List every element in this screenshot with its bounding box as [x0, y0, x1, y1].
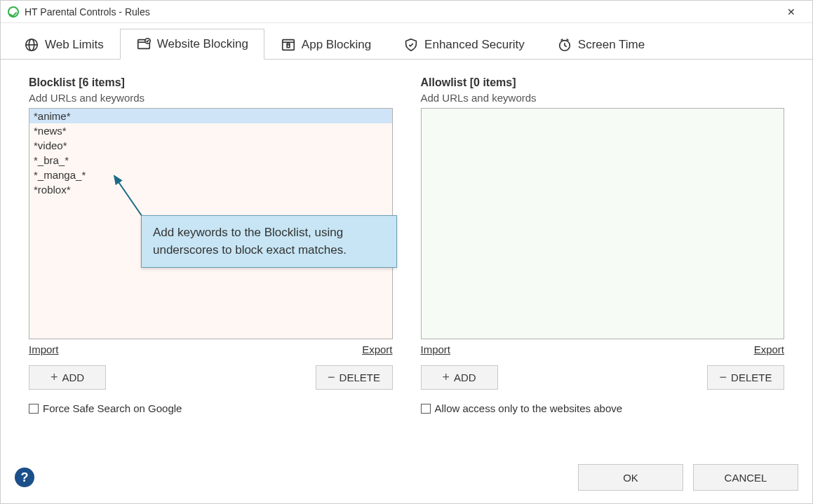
tab-label: Enhanced Security [424, 38, 525, 52]
allowlist-delete-button[interactable]: − DELETE [707, 365, 784, 390]
allowlist-add-button[interactable]: + ADD [421, 365, 498, 390]
help-button[interactable]: ? [15, 468, 34, 487]
allow-only-checkbox[interactable] [421, 404, 431, 414]
allow-only-label: Allow access only to the websites above [435, 402, 623, 414]
list-item[interactable]: *_bra_* [29, 153, 392, 168]
button-label: DELETE [731, 372, 772, 383]
allowlist-header: Allowlist [0 items] [421, 76, 785, 89]
tab-app-blocking[interactable]: App Blocking [264, 29, 387, 60]
tab-label: App Blocking [302, 38, 371, 52]
app-icon [8, 6, 19, 18]
list-item[interactable]: *anime* [29, 109, 392, 123]
callout-text: Add keywords to the Blocklist, using und… [153, 226, 347, 257]
tab-website-blocking[interactable]: Website Blocking [120, 29, 264, 60]
button-label: ADD [454, 372, 476, 383]
allowlist-listbox[interactable] [421, 108, 785, 339]
button-label: ADD [62, 372, 84, 383]
list-item[interactable]: *roblox* [29, 182, 392, 197]
allowlist-panel: Allowlist [0 items] Add URLs and keyword… [421, 76, 785, 449]
list-item[interactable]: *_manga_* [29, 168, 392, 182]
tab-label: Website Blocking [157, 37, 248, 51]
blocklist-delete-button[interactable]: − DELETE [316, 365, 393, 390]
allowlist-import-link[interactable]: Import [421, 343, 451, 355]
window-title: HT Parental Controls - Rules [25, 6, 777, 18]
safe-search-checkbox[interactable] [29, 404, 39, 414]
list-item[interactable]: *video* [29, 138, 392, 153]
tab-enhanced-security[interactable]: Enhanced Security [387, 29, 541, 60]
tab-web-limits[interactable]: Web Limits [8, 29, 120, 60]
safe-search-label: Force Safe Search on Google [43, 402, 182, 414]
window-titlebar: HT Parental Controls - Rules ✕ [1, 1, 812, 23]
button-label: DELETE [340, 372, 380, 383]
tab-label: Web Limits [45, 38, 104, 52]
blocklist-import-link[interactable]: Import [29, 343, 59, 355]
tooltip-callout: Add keywords to the Blocklist, using und… [141, 215, 397, 268]
tab-label: Screen Time [578, 38, 645, 52]
dialog-footer: ? OK CANCEL [1, 456, 812, 503]
ok-button[interactable]: OK [578, 464, 683, 491]
main-content: Blocklist [6 items] Add URLs and keyword… [1, 60, 812, 456]
tabs-bar: Web Limits Website Blocking App Blocking… [1, 23, 812, 60]
blocklist-add-button[interactable]: + ADD [29, 365, 106, 390]
blocklist-header: Blocklist [6 items] [29, 76, 393, 89]
app-lock-icon [281, 37, 296, 53]
cancel-button[interactable]: CANCEL [693, 464, 798, 491]
blocking-icon [136, 36, 152, 52]
allowlist-sub: Add URLs and keywords [421, 92, 785, 104]
clock-icon [557, 37, 572, 53]
allowlist-export-link[interactable]: Export [754, 343, 784, 355]
list-item[interactable]: *news* [29, 123, 392, 138]
svg-rect-8 [287, 45, 290, 48]
tab-screen-time[interactable]: Screen Time [541, 29, 661, 60]
blocklist-export-link[interactable]: Export [362, 343, 392, 355]
blocklist-sub: Add URLs and keywords [29, 92, 393, 104]
shield-check-icon [403, 37, 419, 53]
window-close-button[interactable]: ✕ [777, 1, 805, 22]
globe-icon [24, 37, 39, 53]
